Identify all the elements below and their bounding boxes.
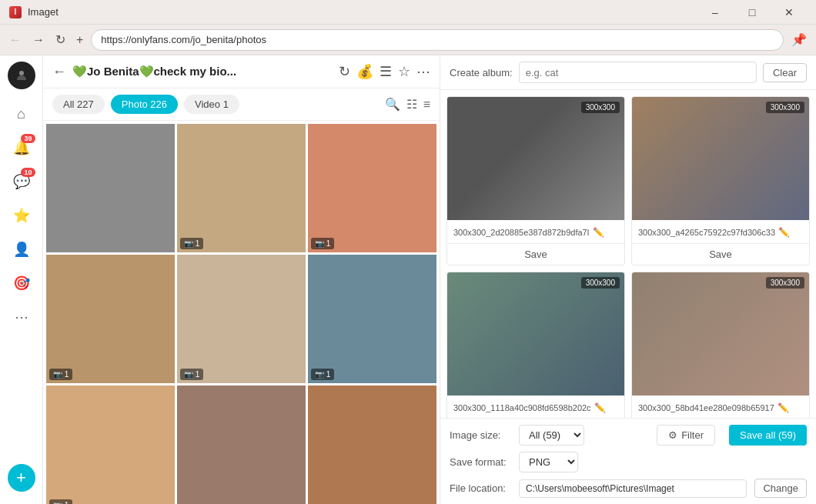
save-all-button[interactable]: Save all (59) <box>729 425 807 446</box>
main-layout: ⌂ 🔔 39 💬 10 ⭐ 👤 🎯 ⋯ + ← 💚Jo Benita <box>0 55 816 504</box>
messages-badge: 10 <box>21 168 35 177</box>
gallery-image <box>447 272 624 396</box>
image-size-select[interactable]: All (59) Small Medium Large <box>519 425 584 446</box>
gallery-img-wrap: 300x300 <box>632 272 809 396</box>
filter-label: Filter <box>681 429 704 441</box>
photo-item[interactable] <box>308 386 436 504</box>
tab-video[interactable]: Video 1 <box>184 95 239 114</box>
photo-item[interactable]: 📷 1 <box>308 255 436 383</box>
tabs-icons: 🔍 ☷ ≡ <box>385 97 430 112</box>
sidebar-profile-button[interactable]: 👤 <box>6 234 37 265</box>
browser-bar: ← → ↻ + 📌 <box>0 25 816 55</box>
gallery-row: 300x300 300x300_1118a40c908fd6598b202c ✏… <box>446 272 810 418</box>
reload-button[interactable]: ↻ <box>52 29 69 50</box>
photo-item[interactable] <box>46 124 175 252</box>
dollar-button[interactable]: 💰 <box>356 63 373 80</box>
tab-photo[interactable]: Photo 226 <box>111 95 178 114</box>
bottom-controls: Image size: All (59) Small Medium Large … <box>440 418 816 504</box>
address-bar[interactable] <box>91 29 784 51</box>
gallery-save-button[interactable]: Save <box>632 243 809 265</box>
left-panel: ← 💚Jo Benita💚check my bio... ↻ 💰 ☰ ☆ ⋯ A… <box>43 55 440 504</box>
gallery-image <box>447 97 624 220</box>
clear-button[interactable]: Clear <box>763 63 807 82</box>
photo-item[interactable]: 📷 1 <box>46 386 175 504</box>
app-title: Imaget <box>28 6 59 18</box>
filter-button[interactable]: ⚙ Filter <box>657 425 715 446</box>
dots-button[interactable]: ⋯ <box>416 63 430 80</box>
photo-item[interactable]: 📷 1 <box>177 124 306 252</box>
tabs-bar: All 227 Photo 226 Video 1 🔍 ☷ ≡ <box>43 88 440 121</box>
gallery-image <box>632 272 809 396</box>
star-button[interactable]: ☆ <box>398 63 410 80</box>
title-bar-left: I Imaget <box>9 6 59 18</box>
sidebar-browse-button[interactable]: 🎯 <box>6 268 37 299</box>
image-size-badge: 300x300 <box>766 102 804 113</box>
sidebar-home-button[interactable]: ⌂ <box>6 98 37 129</box>
right-panel: Create album: Clear 300x300 300x300_2d20… <box>440 55 816 504</box>
new-tab-button[interactable]: + <box>73 30 86 50</box>
image-size-row: Image size: All (59) Small Medium Large … <box>450 425 807 446</box>
gallery-row: 300x300 300x300_2d20885e387d872b9dfa7l ✏… <box>446 96 810 265</box>
photo-item[interactable]: 📷 1 <box>177 255 306 383</box>
photo-item[interactable]: 📷 1 <box>308 124 436 252</box>
sidebar-icons: ⌂ 🔔 39 💬 10 ⭐ 👤 🎯 ⋯ + <box>0 55 43 504</box>
gallery-card: 300x300 300x300_1118a40c908fd6598b202c ✏… <box>446 272 625 418</box>
profile-name: 💚Jo Benita💚check my bio... <box>72 65 333 78</box>
more-icon: ⋯ <box>15 309 28 325</box>
nav-back-button[interactable]: ← <box>6 30 25 50</box>
image-size-badge: 300x300 <box>581 102 620 113</box>
view-toggle-button[interactable]: ☷ <box>406 97 417 112</box>
photo-badge: 📷 1 <box>180 369 203 380</box>
format-select[interactable]: PNG JPG WEBP <box>519 452 578 472</box>
gallery-card: 300x300 300x300_a4265c75922c97fd306c33 ✏… <box>631 96 810 265</box>
gallery-scroll: 300x300 300x300_2d20885e387d872b9dfa7l ✏… <box>440 90 816 418</box>
file-location-row: File location: Change <box>450 479 807 498</box>
minimize-button[interactable]: – <box>697 0 733 25</box>
person-icon: 👤 <box>13 241 30 258</box>
gallery-filename: 300x300_2d20885e387d872b9dfa7l <box>453 228 589 237</box>
profile-header: ← 💚Jo Benita💚check my bio... ↻ 💰 ☰ ☆ ⋯ <box>43 55 440 88</box>
sidebar-more-button[interactable]: ⋯ <box>6 302 37 332</box>
sort-button[interactable]: ≡ <box>423 97 430 112</box>
sidebar-bookmarks-button[interactable]: ⭐ <box>6 200 37 231</box>
tab-all[interactable]: All 227 <box>52 95 105 114</box>
refresh-button[interactable]: ↻ <box>339 63 350 80</box>
sidebar-notifications-button[interactable]: 🔔 39 <box>6 132 37 163</box>
sidebar-add-button[interactable]: + <box>8 464 35 492</box>
target-icon: 🎯 <box>13 275 30 292</box>
gallery-filename: 300x300_58bd41ee280e098b65917 <box>638 403 774 412</box>
image-size-badge: 300x300 <box>766 277 804 289</box>
close-button[interactable]: ✕ <box>771 0 807 25</box>
gallery-img-wrap: 300x300 <box>447 97 624 220</box>
plus-icon: + <box>16 468 26 488</box>
photo-item[interactable] <box>177 386 306 504</box>
photo-badge: 📷 1 <box>311 369 334 380</box>
home-icon: ⌂ <box>17 106 25 122</box>
menu-button[interactable]: ☰ <box>380 63 392 80</box>
nav-forward-button[interactable]: → <box>29 30 48 50</box>
gallery-info: 300x300_1118a40c908fd6598b202c ✏️ <box>447 396 624 418</box>
photo-badge: 📷 1 <box>49 369 72 380</box>
file-location-label: File location: <box>450 482 511 494</box>
app-icon: I <box>9 6 22 18</box>
pin-button[interactable]: 📌 <box>788 29 810 50</box>
gallery-filename: 300x300_a4265c75922c97fd306c33 <box>638 228 775 237</box>
photo-item[interactable]: 📷 1 <box>46 255 175 383</box>
gallery-save-button[interactable]: Save <box>447 243 624 265</box>
restore-button[interactable]: □ <box>734 0 770 25</box>
change-button[interactable]: Change <box>754 479 807 498</box>
gallery-info: 300x300_58bd41ee280e098b65917 ✏️ <box>632 396 809 418</box>
album-input[interactable] <box>519 62 757 83</box>
image-size-badge: 300x300 <box>581 277 620 289</box>
file-location-input[interactable] <box>519 479 747 498</box>
svg-point-1 <box>19 71 24 75</box>
search-button[interactable]: 🔍 <box>385 97 400 112</box>
profile-back-button[interactable]: ← <box>52 64 66 80</box>
title-bar-controls: – □ ✕ <box>697 0 807 25</box>
gallery-card: 300x300 300x300_58bd41ee280e098b65917 ✏️… <box>631 272 810 418</box>
filter-icon: ⚙ <box>668 429 677 441</box>
photo-badge: 📷 1 <box>311 238 334 249</box>
photo-badge: 📷 1 <box>49 499 72 504</box>
gallery-image <box>632 97 809 220</box>
sidebar-messages-button[interactable]: 💬 10 <box>6 166 37 197</box>
